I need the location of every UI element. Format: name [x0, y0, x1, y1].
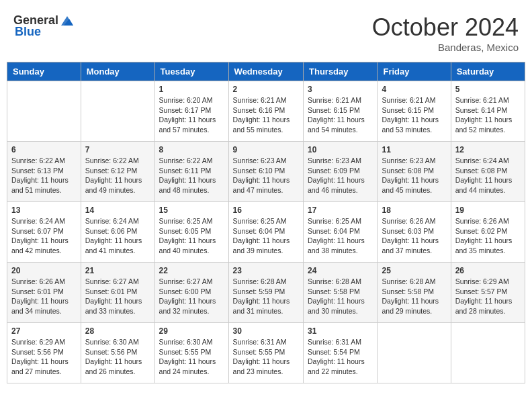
day-info: Sunrise: 6:21 AM Sunset: 6:15 PM Dayligh…	[382, 95, 446, 135]
month-title: October 2024	[372, 13, 519, 42]
weekday-header-row: SundayMondayTuesdayWednesdayThursdayFrid…	[7, 62, 525, 81]
day-number: 22	[159, 266, 224, 275]
day-info: Sunrise: 6:28 AM Sunset: 5:58 PM Dayligh…	[308, 277, 373, 316]
calendar-day-cell: 11Sunrise: 6:23 AM Sunset: 6:08 PM Dayli…	[378, 142, 451, 202]
calendar-day-cell: 27Sunrise: 6:29 AM Sunset: 5:56 PM Dayli…	[7, 323, 81, 383]
day-number: 9	[233, 145, 299, 154]
calendar-day-cell: 25Sunrise: 6:28 AM Sunset: 5:58 PM Dayli…	[378, 263, 451, 323]
day-number: 7	[85, 145, 150, 154]
day-number: 19	[455, 205, 521, 215]
day-number: 25	[382, 266, 446, 275]
calendar-week-row: 6Sunrise: 6:22 AM Sunset: 6:13 PM Daylig…	[7, 142, 525, 202]
calendar-week-row: 27Sunrise: 6:29 AM Sunset: 5:56 PM Dayli…	[7, 323, 525, 383]
day-info: Sunrise: 6:20 AM Sunset: 6:17 PM Dayligh…	[159, 95, 224, 135]
day-number: 17	[308, 205, 373, 215]
day-number: 29	[159, 326, 224, 336]
day-number: 11	[382, 145, 446, 154]
calendar-day-cell: 6Sunrise: 6:22 AM Sunset: 6:13 PM Daylig…	[7, 142, 81, 202]
weekday-header-cell: Wednesday	[228, 62, 303, 81]
day-info: Sunrise: 6:24 AM Sunset: 6:06 PM Dayligh…	[85, 216, 150, 256]
day-info: Sunrise: 6:21 AM Sunset: 6:15 PM Dayligh…	[308, 95, 373, 135]
day-info: Sunrise: 6:26 AM Sunset: 6:02 PM Dayligh…	[455, 216, 521, 256]
day-info: Sunrise: 6:25 AM Sunset: 6:04 PM Dayligh…	[233, 216, 299, 256]
day-info: Sunrise: 6:25 AM Sunset: 6:05 PM Dayligh…	[159, 216, 224, 256]
calendar-day-cell: 18Sunrise: 6:26 AM Sunset: 6:03 PM Dayli…	[378, 202, 451, 263]
weekday-header-cell: Tuesday	[154, 62, 228, 81]
logo-icon	[60, 13, 75, 28]
day-number: 4	[382, 85, 446, 94]
calendar-day-cell: 20Sunrise: 6:26 AM Sunset: 6:01 PM Dayli…	[7, 263, 81, 323]
calendar-day-cell: 14Sunrise: 6:24 AM Sunset: 6:06 PM Dayli…	[81, 202, 154, 263]
calendar-day-cell: 12Sunrise: 6:24 AM Sunset: 6:08 PM Dayli…	[451, 142, 525, 202]
calendar-day-cell: 17Sunrise: 6:25 AM Sunset: 6:04 PM Dayli…	[304, 202, 378, 263]
day-info: Sunrise: 6:29 AM Sunset: 5:57 PM Dayligh…	[455, 277, 521, 316]
day-info: Sunrise: 6:31 AM Sunset: 5:54 PM Dayligh…	[308, 337, 373, 377]
day-number: 5	[455, 85, 521, 94]
day-info: Sunrise: 6:31 AM Sunset: 5:55 PM Dayligh…	[233, 337, 299, 377]
calendar-day-cell: 2Sunrise: 6:21 AM Sunset: 6:16 PM Daylig…	[228, 81, 303, 142]
calendar-table: SundayMondayTuesdayWednesdayThursdayFrid…	[7, 62, 525, 383]
day-number: 10	[308, 145, 373, 154]
day-info: Sunrise: 6:24 AM Sunset: 6:08 PM Dayligh…	[455, 156, 521, 195]
day-number: 15	[159, 205, 224, 215]
day-info: Sunrise: 6:23 AM Sunset: 6:08 PM Dayligh…	[382, 156, 446, 195]
day-info: Sunrise: 6:22 AM Sunset: 6:13 PM Dayligh…	[11, 156, 77, 195]
day-info: Sunrise: 6:28 AM Sunset: 5:59 PM Dayligh…	[233, 277, 299, 316]
calendar-day-cell: 29Sunrise: 6:30 AM Sunset: 5:55 PM Dayli…	[154, 323, 228, 383]
calendar-day-cell: 3Sunrise: 6:21 AM Sunset: 6:15 PM Daylig…	[304, 81, 378, 142]
day-number: 8	[159, 145, 224, 154]
calendar-day-cell: 1Sunrise: 6:20 AM Sunset: 6:17 PM Daylig…	[154, 81, 228, 142]
day-number: 21	[85, 266, 150, 275]
weekday-header-cell: Monday	[81, 62, 154, 81]
calendar-day-cell: 7Sunrise: 6:22 AM Sunset: 6:12 PM Daylig…	[81, 142, 154, 202]
day-info: Sunrise: 6:22 AM Sunset: 6:11 PM Dayligh…	[159, 156, 224, 195]
location-title: Banderas, Mexico	[372, 42, 519, 53]
day-info: Sunrise: 6:26 AM Sunset: 6:01 PM Dayligh…	[11, 277, 77, 316]
calendar-day-cell: 4Sunrise: 6:21 AM Sunset: 6:15 PM Daylig…	[378, 81, 451, 142]
day-number: 16	[233, 205, 299, 215]
calendar-day-cell: 26Sunrise: 6:29 AM Sunset: 5:57 PM Dayli…	[451, 263, 525, 323]
day-info: Sunrise: 6:22 AM Sunset: 6:12 PM Dayligh…	[85, 156, 150, 195]
day-number: 14	[85, 205, 150, 215]
calendar-day-cell: 10Sunrise: 6:23 AM Sunset: 6:09 PM Dayli…	[304, 142, 378, 202]
day-info: Sunrise: 6:21 AM Sunset: 6:14 PM Dayligh…	[455, 95, 521, 135]
calendar-day-cell: 31Sunrise: 6:31 AM Sunset: 5:54 PM Dayli…	[304, 323, 378, 383]
day-info: Sunrise: 6:28 AM Sunset: 5:58 PM Dayligh…	[382, 277, 446, 316]
day-number: 6	[11, 145, 77, 154]
calendar-week-row: 20Sunrise: 6:26 AM Sunset: 6:01 PM Dayli…	[7, 263, 525, 323]
day-info: Sunrise: 6:27 AM Sunset: 6:01 PM Dayligh…	[85, 277, 150, 316]
calendar-day-cell	[451, 323, 525, 383]
day-number: 31	[308, 326, 373, 336]
weekday-header-cell: Saturday	[451, 62, 525, 81]
calendar-day-cell: 23Sunrise: 6:28 AM Sunset: 5:59 PM Dayli…	[228, 263, 303, 323]
calendar-day-cell	[81, 81, 154, 142]
calendar-day-cell	[378, 323, 451, 383]
day-info: Sunrise: 6:30 AM Sunset: 5:56 PM Dayligh…	[85, 337, 150, 377]
day-info: Sunrise: 6:27 AM Sunset: 6:00 PM Dayligh…	[159, 277, 224, 316]
day-info: Sunrise: 6:26 AM Sunset: 6:03 PM Dayligh…	[382, 216, 446, 256]
calendar-day-cell	[7, 81, 81, 142]
calendar-week-row: 13Sunrise: 6:24 AM Sunset: 6:07 PM Dayli…	[7, 202, 525, 263]
logo-blue-text: Blue	[15, 26, 41, 39]
day-number: 13	[11, 205, 77, 215]
day-info: Sunrise: 6:25 AM Sunset: 6:04 PM Dayligh…	[308, 216, 373, 256]
day-info: Sunrise: 6:24 AM Sunset: 6:07 PM Dayligh…	[11, 216, 77, 256]
calendar-day-cell: 13Sunrise: 6:24 AM Sunset: 6:07 PM Dayli…	[7, 202, 81, 263]
day-info: Sunrise: 6:30 AM Sunset: 5:55 PM Dayligh…	[159, 337, 224, 377]
day-number: 3	[308, 85, 373, 94]
calendar-day-cell: 22Sunrise: 6:27 AM Sunset: 6:00 PM Dayli…	[154, 263, 228, 323]
title-area: October 2024 Banderas, Mexico	[372, 13, 519, 53]
day-number: 12	[455, 145, 521, 154]
calendar-week-row: 1Sunrise: 6:20 AM Sunset: 6:17 PM Daylig…	[7, 81, 525, 142]
day-info: Sunrise: 6:23 AM Sunset: 6:09 PM Dayligh…	[308, 156, 373, 195]
calendar-day-cell: 21Sunrise: 6:27 AM Sunset: 6:01 PM Dayli…	[81, 263, 154, 323]
day-number: 24	[308, 266, 373, 275]
day-number: 23	[233, 266, 299, 275]
weekday-header-cell: Sunday	[7, 62, 81, 81]
weekday-header-cell: Friday	[378, 62, 451, 81]
day-number: 2	[233, 85, 299, 94]
day-number: 28	[85, 326, 150, 336]
day-number: 18	[382, 205, 446, 215]
calendar-day-cell: 30Sunrise: 6:31 AM Sunset: 5:55 PM Dayli…	[228, 323, 303, 383]
day-number: 26	[455, 266, 521, 275]
